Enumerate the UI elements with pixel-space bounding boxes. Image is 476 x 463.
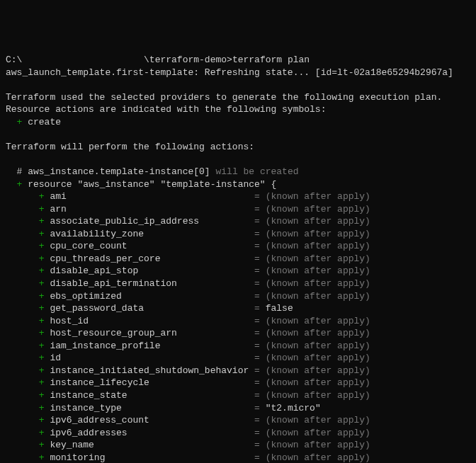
resource-open: + resource "aws_instance" "template-inst…	[6, 178, 470, 191]
attr-row: + host_id = (known after apply)	[6, 315, 470, 328]
attr-row: + ipv6_address_count = (known after appl…	[6, 414, 470, 427]
attr-row: + iam_instance_profile = (known after ap…	[6, 340, 470, 353]
terminal-output: C:\ \terraform-demo>terraform planaws_la…	[6, 54, 470, 463]
attr-row: + monitoring = (known after apply)	[6, 452, 470, 463]
intro-line: Resource actions are indicated with the …	[6, 103, 470, 116]
attr-row: + get_password_data = false	[6, 302, 470, 315]
symbol-create: + create	[6, 116, 470, 129]
attr-row: + instance_type = "t2.micro"	[6, 402, 470, 415]
attr-row: + arn = (known after apply)	[6, 203, 470, 216]
attr-row: + instance_lifecycle = (known after appl…	[6, 377, 470, 389]
attr-row: + ipv6_addresses = (known after apply)	[6, 427, 470, 440]
attr-row: + instance_state = (known after apply)	[6, 389, 470, 402]
intro-line: Terraform used the selected providers to…	[6, 91, 470, 104]
command-line: C:\ \terraform-demo>terraform plan	[6, 54, 470, 67]
attr-row: + disable_api_stop = (known after apply)	[6, 265, 470, 278]
attr-row: + availability_zone = (known after apply…	[6, 228, 470, 241]
resource-comment: # aws_instance.template-instance[0] will…	[6, 166, 470, 178]
attr-row: + id = (known after apply)	[6, 352, 470, 365]
will-perform: Terraform will perform the following act…	[6, 141, 470, 154]
attr-row: + disable_api_termination = (known after…	[6, 278, 470, 290]
attr-row: + cpu_core_count = (known after apply)	[6, 240, 470, 253]
attr-row: + associate_public_ip_address = (known a…	[6, 215, 470, 228]
attr-row: + cpu_threads_per_core = (known after ap…	[6, 253, 470, 265]
attr-row: + ami = (known after apply)	[6, 190, 470, 203]
attr-row: + instance_initiated_shutdown_behavior =…	[6, 365, 470, 377]
attr-row: + ebs_optimized = (known after apply)	[6, 290, 470, 303]
attr-row: + host_resource_group_arn = (known after…	[6, 327, 470, 340]
attr-row: + key_name = (known after apply)	[6, 439, 470, 452]
refresh-line: aws_launch_template.first-template: Refr…	[6, 67, 470, 79]
